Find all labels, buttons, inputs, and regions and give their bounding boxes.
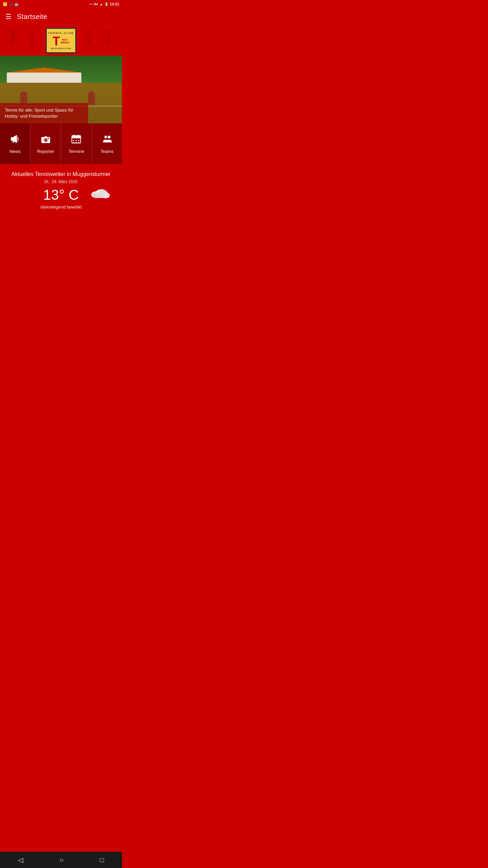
svg-point-10 <box>26 30 30 33</box>
weather-main: 13° C <box>5 187 117 203</box>
tab-teams-label: Teams <box>101 149 114 154</box>
svg-rect-15 <box>88 33 90 39</box>
status-bar-left: 📶 🎧 🤖 <box>3 2 18 6</box>
hero-image: Tennis für alle: Sport und Spass für Hob… <box>0 56 122 123</box>
svg-rect-37 <box>72 136 81 138</box>
weather-description: überwiegend bewölkt <box>40 204 82 210</box>
wifi-icon: 📶 <box>3 2 7 6</box>
players-row: TENNIS-CLUB T ROT· WEISS MUGGENSTURM <box>0 25 122 56</box>
svg-rect-18 <box>90 32 94 35</box>
svg-rect-34 <box>45 136 46 138</box>
svg-rect-8 <box>32 33 34 39</box>
tab-news-label: News <box>9 149 21 154</box>
player-figure-2 <box>26 28 40 52</box>
menu-icon[interactable]: ☰ <box>5 13 12 21</box>
svg-marker-27 <box>11 137 13 141</box>
svg-rect-11 <box>34 33 37 35</box>
svg-rect-45 <box>78 142 79 143</box>
weather-section: Aktuelles Tenniswetter in Muggensturmer … <box>0 164 122 235</box>
hero-text: Tennis für alle: Sport und Spass für Hob… <box>5 107 73 119</box>
app-bar: ☰ Startseite <box>0 8 122 25</box>
status-bar: 📶 🎧 🤖 — H+ ▲ 🔋 13:21 <box>0 0 122 8</box>
svg-rect-1 <box>12 33 15 39</box>
svg-rect-38 <box>74 135 75 137</box>
logo-mugg: MUGGENSTURM <box>51 47 71 50</box>
svg-rect-24 <box>110 30 114 34</box>
nav-tabs: News <box>0 123 122 164</box>
network-type: H+ <box>94 2 98 6</box>
weather-temperature: 13° C <box>43 187 79 203</box>
header-banner: TENNIS-CLUB T ROT· WEISS MUGGENSTURM <box>0 25 122 56</box>
tab-reporter[interactable]: Reporter <box>30 123 61 164</box>
svg-point-0 <box>12 29 15 33</box>
weather-title: Aktuelles Tenniswetter in Muggensturmer <box>12 171 110 178</box>
weather-cloud-icon <box>89 185 110 200</box>
tab-teams[interactable]: Teams <box>92 123 122 164</box>
svg-rect-23 <box>104 30 107 34</box>
svg-point-46 <box>104 136 107 138</box>
svg-rect-40 <box>73 140 74 141</box>
svg-point-52 <box>98 191 108 198</box>
weather-date: Di., 29. März 2016 <box>44 179 78 184</box>
reporter-icon <box>40 134 51 146</box>
logo-top-text: TENNIS-CLUB <box>48 32 74 35</box>
termine-icon <box>71 134 82 146</box>
logo-weiss: WEISS <box>61 41 69 44</box>
svg-point-17 <box>82 29 86 32</box>
player-figure-4 <box>102 28 116 52</box>
hero-overlay-text: Tennis für alle: Sport und Spass für Hob… <box>0 103 88 123</box>
svg-rect-4 <box>15 33 18 35</box>
teams-icon <box>102 134 113 146</box>
clock: 13:21 <box>110 2 119 6</box>
svg-rect-39 <box>78 135 79 137</box>
tab-reporter-label: Reporter <box>37 149 54 154</box>
status-bar-right: — H+ ▲ 🔋 13:21 <box>89 2 119 6</box>
app-title: Startseite <box>17 13 47 21</box>
svg-rect-44 <box>76 142 77 143</box>
svg-rect-42 <box>78 140 79 141</box>
tab-termine-label: Termine <box>68 149 84 154</box>
svg-rect-29 <box>13 141 14 143</box>
android-icon: 🤖 <box>14 2 18 6</box>
svg-point-3 <box>6 31 10 34</box>
svg-point-21 <box>107 29 110 33</box>
court-player-2 <box>88 91 95 105</box>
logo-main-letter: T <box>53 35 60 47</box>
tab-termine[interactable]: Termine <box>61 123 92 164</box>
svg-rect-41 <box>76 140 77 141</box>
signal-icon: ▲ <box>100 2 103 6</box>
svg-rect-43 <box>73 142 74 143</box>
minus-icon: — <box>89 2 93 6</box>
player-figure-1 <box>6 28 20 52</box>
news-icon <box>9 134 20 146</box>
tab-news[interactable]: News <box>0 123 30 164</box>
club-logo: TENNIS-CLUB T ROT· WEISS MUGGENSTURM <box>46 28 76 53</box>
logo-text-block: ROT· WEISS <box>61 39 69 44</box>
battery-icon: 🔋 <box>104 2 108 6</box>
svg-rect-22 <box>107 33 110 39</box>
svg-rect-35 <box>48 138 49 139</box>
player-figure-3 <box>82 28 96 52</box>
headset-icon: 🎧 <box>9 2 13 6</box>
svg-point-47 <box>108 136 110 138</box>
